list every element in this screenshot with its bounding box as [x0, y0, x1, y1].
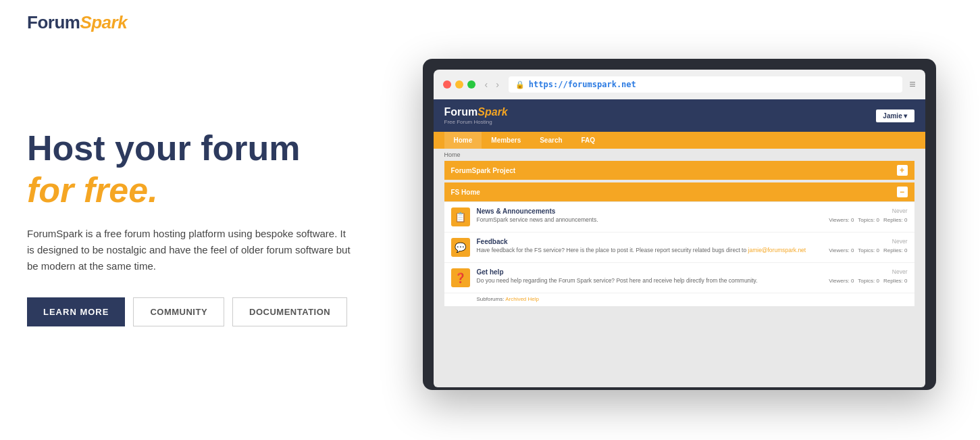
- url-text: https://forumspark.net: [529, 80, 636, 89]
- forum-nav-members[interactable]: Members: [482, 132, 530, 149]
- forum-breadcrumb: Home: [434, 149, 925, 161]
- forum-row-gethelp-viewers: Viewers: 0: [829, 278, 854, 284]
- lock-icon: 🔒: [515, 80, 525, 89]
- section-forumspark-project-title: ForumSpark Project: [451, 167, 516, 174]
- forum-row-gethelp-counts: Viewers: 0 Topics: 0 Replies: 0: [829, 278, 907, 284]
- nav-arrows: ‹ ›: [482, 78, 502, 91]
- forum-nav-search[interactable]: Search: [530, 132, 571, 149]
- page-header: ForumSpark: [0, 0, 980, 45]
- forum-row-news-info: News & Announcements ForumSpark service …: [477, 207, 823, 224]
- forum-row-news-desc: ForumSpark service news and announcement…: [477, 216, 823, 224]
- section-fs-home-toggle[interactable]: −: [897, 187, 908, 197]
- forum-row-news: 📋 News & Announcements ForumSpark servic…: [444, 202, 914, 233]
- section-fs-home: FS Home − 📋 News & Announcements ForumSp…: [444, 182, 914, 306]
- forum-row-feedback-info: Feedback Have feedback for the FS servic…: [477, 238, 823, 255]
- forum-row-feedback-topics: Topics: 0: [858, 247, 879, 253]
- traffic-light-yellow[interactable]: [455, 80, 463, 89]
- forum-row-feedback-icon: 💬: [451, 238, 470, 257]
- forum-nav-home[interactable]: Home: [444, 132, 482, 149]
- hero-description: ForumSpark is a free forum hosting platf…: [27, 226, 351, 274]
- forum-logo-forum: Forum: [444, 106, 478, 118]
- forum-row-news-topics: Topics: 0: [858, 217, 879, 223]
- section-forumspark-project-toggle[interactable]: +: [897, 165, 908, 176]
- forum-tagline: Free Forum Hosting: [444, 119, 508, 125]
- address-bar[interactable]: 🔒 https://forumspark.net: [509, 76, 902, 93]
- forum-row-gethelp: ❓ Get help Do you need help regarding th…: [444, 263, 914, 293]
- forum-row-gethelp-icon: ❓: [451, 268, 470, 287]
- section-forumspark-project-header: ForumSpark Project +: [444, 161, 914, 180]
- right-panel: ‹ › 🔒 https://forumspark.net ≡ ForumSpar…: [405, 59, 953, 390]
- forum-row-news-title[interactable]: News & Announcements: [477, 207, 823, 215]
- feedback-email-link[interactable]: jamie@forumspark.net: [748, 247, 806, 253]
- forum-row-gethelp-subforums: Subforums: Archived Help: [444, 293, 914, 306]
- archived-help-link[interactable]: Archived Help: [505, 296, 539, 302]
- forum-row-gethelp-stats: Never Viewers: 0 Topics: 0 Replies: 0: [829, 268, 907, 284]
- main-layout: Host your forum for free. ForumSpark is …: [0, 45, 980, 404]
- forum-row-gethelp-title[interactable]: Get help: [477, 268, 823, 276]
- brand-logo: ForumSpark: [27, 12, 127, 33]
- hero-title-line2: for free.: [27, 171, 378, 210]
- forum-row-feedback: 💬 Feedback Have feedback for the FS serv…: [444, 233, 914, 263]
- browser-mockup: ‹ › 🔒 https://forumspark.net ≡ ForumSpar…: [423, 59, 936, 390]
- forum-logo: ForumSpark Free Forum Hosting: [444, 106, 508, 125]
- section-fs-home-title: FS Home: [451, 189, 480, 196]
- forum-row-gethelp-topics: Topics: 0: [858, 278, 879, 284]
- forum-logo-spark: Spark: [478, 106, 507, 118]
- forum-header: ForumSpark Free Forum Hosting Jamie ▾: [434, 99, 925, 132]
- documentation-button[interactable]: DOCUMENTATION: [232, 297, 347, 326]
- learn-more-button[interactable]: LEARN MORE: [27, 297, 125, 326]
- hamburger-menu-icon[interactable]: ≡: [909, 78, 915, 91]
- back-arrow[interactable]: ‹: [482, 78, 491, 91]
- cta-buttons: LEARN MORE COMMUNITY DOCUMENTATION: [27, 297, 378, 326]
- forum-row-gethelp-info: Get help Do you need help regarding the …: [477, 268, 823, 285]
- forum-row-news-viewers: Viewers: 0: [829, 217, 854, 223]
- section-fs-home-content: 📋 News & Announcements ForumSpark servic…: [444, 202, 914, 306]
- logo-forum-text: Forum: [27, 12, 80, 32]
- forum-row-feedback-viewers: Viewers: 0: [829, 247, 854, 253]
- section-forumspark-project: ForumSpark Project +: [444, 161, 914, 180]
- browser-chrome: ‹ › 🔒 https://forumspark.net ≡: [434, 70, 925, 99]
- forum-nav: Home Members Search FAQ: [434, 132, 925, 149]
- forum-sections: ForumSpark Project + FS Home −: [434, 161, 925, 306]
- forum-row-news-icon: 📋: [451, 207, 470, 226]
- forum-row-feedback-replies: Replies: 0: [883, 247, 908, 253]
- forum-row-news-replies: Replies: 0: [883, 217, 908, 223]
- forum-row-gethelp-replies: Replies: 0: [883, 278, 908, 284]
- forum-row-feedback-never: Never: [829, 238, 907, 245]
- forum-row-feedback-desc: Have feedback for the FS service? Here i…: [477, 247, 823, 255]
- hero-title-line1: Host your forum: [27, 129, 378, 168]
- forum-row-news-stats: Never Viewers: 0 Topics: 0 Replies: 0: [829, 207, 907, 223]
- traffic-light-green[interactable]: [467, 80, 475, 89]
- section-fs-home-header: FS Home −: [444, 182, 914, 201]
- traffic-lights: [443, 80, 475, 89]
- forum-row-news-counts: Viewers: 0 Topics: 0 Replies: 0: [829, 217, 907, 223]
- browser-content: ForumSpark Free Forum Hosting Jamie ▾ Ho…: [434, 99, 925, 387]
- forum-row-feedback-title[interactable]: Feedback: [477, 238, 823, 245]
- forum-row-gethelp-never: Never: [829, 268, 907, 275]
- forward-arrow[interactable]: ›: [493, 78, 502, 91]
- traffic-light-red[interactable]: [443, 80, 451, 89]
- forum-row-gethelp-desc: Do you need help regarding the Forum Spa…: [477, 277, 823, 285]
- left-panel: Host your forum for free. ForumSpark is …: [27, 122, 378, 326]
- forum-row-feedback-counts: Viewers: 0 Topics: 0 Replies: 0: [829, 247, 907, 253]
- forum-row-news-never: Never: [829, 207, 907, 214]
- logo-spark-text: Spark: [80, 12, 127, 32]
- forum-user-button[interactable]: Jamie ▾: [876, 109, 914, 122]
- forum-nav-faq[interactable]: FAQ: [572, 132, 605, 149]
- community-button[interactable]: COMMUNITY: [133, 297, 224, 326]
- forum-row-feedback-stats: Never Viewers: 0 Topics: 0 Replies: 0: [829, 238, 907, 253]
